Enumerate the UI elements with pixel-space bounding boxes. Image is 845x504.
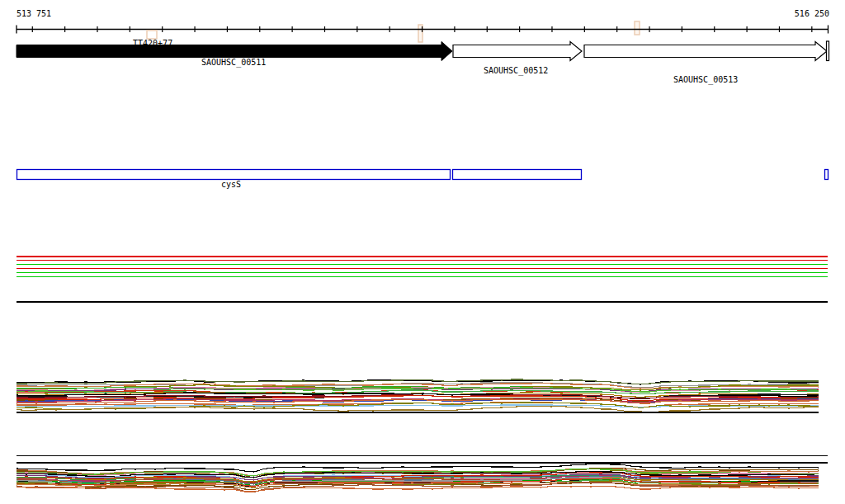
cds-box[interactable] [453, 170, 582, 180]
genome-browser-window: TT420+77 513 751 516 250 SAOUHSC_00511 S… [0, 0, 845, 504]
gene-label-SAOUHSC_00512: SAOUHSC_00512 [484, 67, 548, 75]
ruler[interactable] [17, 26, 828, 34]
coverage-line [17, 380, 819, 385]
selection-markers [418, 21, 640, 42]
gene-label-SAOUHSC_00511: SAOUHSC_00511 [201, 59, 266, 67]
cds-box[interactable] [825, 170, 828, 180]
gene-clip-end-bar [827, 41, 829, 61]
coverage-line [17, 407, 819, 412]
cds-box[interactable] [17, 170, 451, 180]
cds-label-cysS: cysS [221, 181, 241, 189]
gene-label-SAOUHSC_00513: SAOUHSC_00513 [673, 76, 738, 84]
view-end-coordinate: 516 250 [795, 10, 829, 18]
gene-track [17, 41, 829, 61]
gene-arrow-SAOUHSC_00513[interactable] [584, 42, 827, 61]
coverage-plot-lower [17, 464, 819, 492]
cds-track [17, 170, 828, 180]
selection-marker [147, 31, 157, 39]
view-start-coordinate: 513 751 [17, 10, 51, 18]
coverage-plot-upper [17, 379, 819, 412]
frame-lines [17, 257, 828, 277]
gene-arrow-SAOUHSC_00512[interactable] [453, 42, 582, 61]
selection-marker-top [147, 31, 157, 39]
selection-marker [635, 21, 640, 35]
